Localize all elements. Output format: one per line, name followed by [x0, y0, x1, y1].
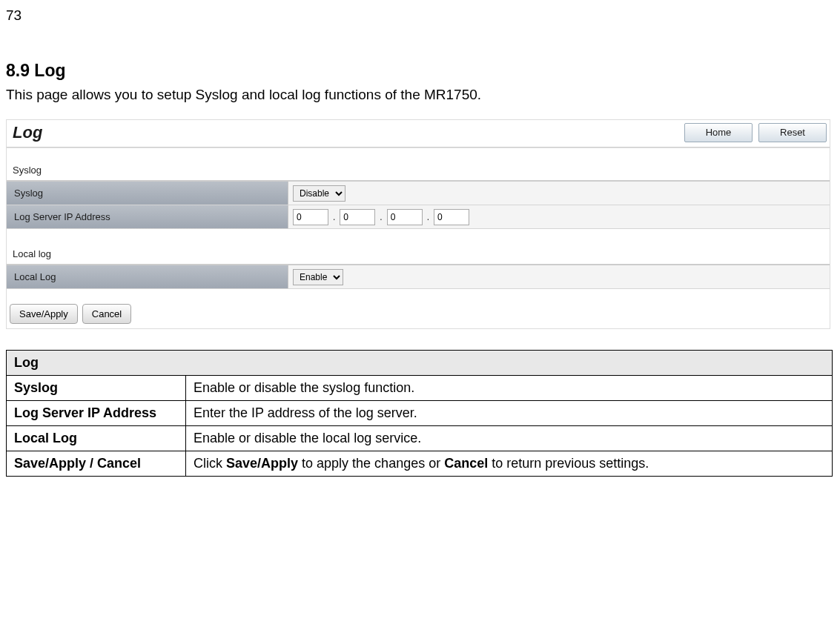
local-log-section-label: Local log	[7, 245, 830, 265]
page-number: 73	[6, 7, 834, 24]
section-heading: 8.9 Log	[6, 61, 834, 81]
table-row: Log Server IP Address Enter the IP addre…	[7, 401, 833, 426]
cancel-button[interactable]: Cancel	[82, 304, 131, 324]
ip-octet-1[interactable]	[293, 209, 328, 225]
text-fragment: to return previous settings.	[488, 456, 649, 471]
router-page-title: Log	[13, 123, 42, 142]
router-ui-screenshot: Log Home Reset Syslog Syslog Disable Log…	[6, 119, 830, 329]
row-text: Enable or disable the syslog function.	[186, 376, 833, 401]
table-row: Log	[7, 351, 833, 376]
spacer	[7, 229, 830, 245]
table-header: Log	[7, 351, 833, 376]
row-label: Syslog	[7, 376, 186, 401]
syslog-row: Syslog Disable	[7, 182, 830, 205]
local-log-select[interactable]: Enable	[293, 269, 343, 285]
syslog-row-label: Syslog	[7, 182, 288, 205]
row-label: Log Server IP Address	[7, 401, 186, 426]
row-text: Enable or disable the local log service.	[186, 426, 833, 451]
ip-octet-4[interactable]	[434, 209, 469, 225]
syslog-row-value: Disable	[288, 182, 830, 205]
syslog-section-label: Syslog	[7, 162, 830, 182]
ip-row-label: Log Server IP Address	[7, 205, 288, 228]
row-label: Save/Apply / Cancel	[7, 451, 186, 477]
local-log-row: Local Log Enable	[7, 265, 830, 289]
local-log-row-label: Local Log	[7, 265, 288, 288]
bold-text: Save/Apply	[226, 456, 298, 471]
divider	[7, 147, 830, 148]
router-header: Log Home Reset	[7, 120, 830, 145]
section-intro: This page allows you to setup Syslog and…	[6, 87, 834, 103]
reset-button[interactable]: Reset	[758, 123, 827, 142]
local-log-row-value: Enable	[288, 265, 830, 288]
syslog-select[interactable]: Disable	[293, 185, 345, 202]
ip-octet-3[interactable]	[387, 209, 423, 225]
bold-text: Cancel	[444, 456, 488, 471]
ip-row: Log Server IP Address . . .	[7, 205, 830, 229]
dot-separator: .	[333, 212, 335, 222]
text-fragment: Click	[194, 456, 226, 471]
save-apply-button[interactable]: Save/Apply	[10, 304, 78, 324]
row-text: Enter the IP address of the log server.	[186, 401, 833, 426]
dot-separator: .	[427, 212, 429, 222]
text-fragment: to apply the changes or	[298, 456, 444, 471]
table-row: Local Log Enable or disable the local lo…	[7, 426, 833, 451]
table-row: Save/Apply / Cancel Click Save/Apply to …	[7, 451, 833, 477]
ip-octet-2[interactable]	[340, 209, 375, 225]
home-button[interactable]: Home	[684, 123, 753, 142]
router-nav-buttons: Home Reset	[684, 123, 827, 142]
ip-row-value: . . .	[288, 205, 830, 228]
dot-separator: .	[380, 212, 382, 222]
row-text: Click Save/Apply to apply the changes or…	[186, 451, 833, 477]
table-row: Syslog Enable or disable the syslog func…	[7, 376, 833, 401]
row-label: Local Log	[7, 426, 186, 451]
button-bar: Save/Apply Cancel	[7, 289, 830, 328]
description-table: Log Syslog Enable or disable the syslog …	[6, 350, 833, 477]
